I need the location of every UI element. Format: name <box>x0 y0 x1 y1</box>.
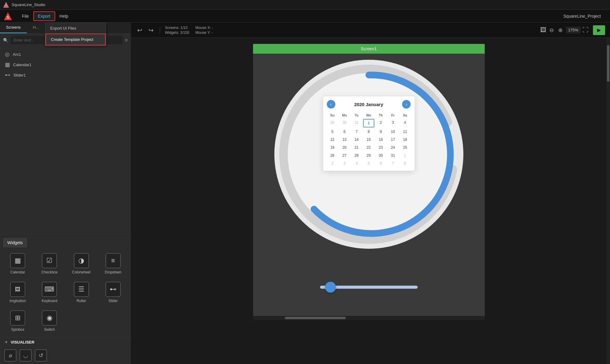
vis-icon-2[interactable]: ◡ <box>20 349 32 362</box>
cal-day-w4d3[interactable]: 29 <box>363 152 375 159</box>
export-ui-files-item[interactable]: Export UI Files <box>45 23 106 34</box>
cal-day-w5d4[interactable]: 6 <box>375 160 387 167</box>
cal-day-w2d1[interactable]: 13 <box>339 136 350 143</box>
widget-keyboard[interactable]: ⌨ Keyboard <box>35 279 64 305</box>
cal-day-w0d2[interactable]: 31 <box>351 119 362 127</box>
cal-day-w1d3[interactable]: 8 <box>363 128 375 135</box>
cal-day-w3d3[interactable]: 22 <box>363 144 375 151</box>
fullscreen-button[interactable]: ⛶ <box>583 27 589 34</box>
cal-day-w1d0[interactable]: 5 <box>327 128 338 135</box>
menu-export[interactable]: Export <box>33 11 55 21</box>
right-scrollbar[interactable] <box>606 38 610 364</box>
cal-day-w2d2[interactable]: 14 <box>351 136 362 143</box>
vis-icon-3[interactable]: ↺ <box>35 349 47 362</box>
cal-header-sa: Sa <box>399 112 411 118</box>
widget-slider-label: Slider <box>109 299 118 303</box>
widget-roller[interactable]: ☰ Roller <box>67 279 96 305</box>
cal-day-w5d5[interactable]: 7 <box>387 160 399 167</box>
widget-checkbox-label: Checkbox <box>41 270 58 274</box>
slider-widget[interactable] <box>320 283 418 291</box>
zoom-out-button[interactable]: ⊖ <box>548 26 555 35</box>
tree-item-arc1[interactable]: ◎ Arc1 <box>0 49 131 59</box>
vis-icon-1[interactable]: ⌀ <box>4 349 16 362</box>
canvas-area: ↩ ↪ Screens: 1/10 Widgets: 3/150 Mouse X… <box>131 23 610 364</box>
widget-switch[interactable]: ◉ Switch <box>35 308 64 334</box>
widget-roller-label: Roller <box>77 299 86 303</box>
cal-next-button[interactable]: › <box>402 100 411 109</box>
tree-item-slider1[interactable]: ⊷ Slider1 <box>0 70 131 80</box>
play-button[interactable]: ▶ <box>593 25 605 35</box>
cal-day-w1d1[interactable]: 6 <box>339 128 350 135</box>
cal-day-w0d5[interactable]: 3 <box>387 119 399 127</box>
cal-day-w4d5[interactable]: 31 <box>387 152 399 159</box>
cal-day-w5d2[interactable]: 4 <box>351 160 362 167</box>
zoom-value-display[interactable]: 175% <box>566 27 581 34</box>
cal-day-w3d5[interactable]: 24 <box>387 144 399 151</box>
widget-keyboard-label: Keyboard <box>42 299 57 303</box>
widget-slider[interactable]: ⊷ Slider <box>98 279 128 305</box>
cal-day-w0d6[interactable]: 4 <box>399 119 411 127</box>
cal-day-w2d3[interactable]: 15 <box>363 136 375 143</box>
cal-day-w0d3[interactable]: 1 <box>363 119 375 127</box>
widget-imgbutton[interactable]: 🖼 Imgbutton <box>3 279 32 305</box>
widget-colorwheel[interactable]: ◑ Colorwheel <box>67 251 96 277</box>
cal-day-w3d6[interactable]: 25 <box>399 144 411 151</box>
cal-header-tu: Tu <box>351 112 362 118</box>
cal-day-w1d5[interactable]: 10 <box>387 128 399 135</box>
cal-day-w4d4[interactable]: 30 <box>375 152 387 159</box>
widget-calendar[interactable]: ▦ Calendar <box>3 251 32 277</box>
widget-imgbutton-label: Imgbutton <box>9 299 26 303</box>
cal-day-w4d6[interactable]: 1 <box>399 152 411 159</box>
cal-day-w0d0[interactable]: 29 <box>327 119 338 127</box>
menu-help[interactable]: Help <box>55 12 73 20</box>
widget-switch-icon: ◉ <box>42 310 57 326</box>
project-name: SquareLine_Project <box>563 14 607 19</box>
cal-day-w4d1[interactable]: 27 <box>339 152 350 159</box>
cal-day-w5d0[interactable]: 2 <box>327 160 338 167</box>
cal-day-w2d6[interactable]: 18 <box>399 136 411 143</box>
cal-day-w2d0[interactable]: 12 <box>327 136 338 143</box>
cal-day-w1d4[interactable]: 9 <box>375 128 387 135</box>
cal-day-w3d0[interactable]: 19 <box>327 144 338 151</box>
cal-day-w0d4[interactable]: 2 <box>375 119 387 127</box>
widget-dropdown[interactable]: ≡ Dropdown <box>98 251 128 277</box>
cal-day-w3d4[interactable]: 23 <box>375 144 387 151</box>
tree-item-arc1-label: Arc1 <box>13 52 21 57</box>
cal-prev-button[interactable]: ‹ <box>327 100 335 109</box>
redo-button[interactable]: ↪ <box>147 25 155 35</box>
tab-hierarchy[interactable]: H... <box>27 23 45 33</box>
cal-day-w1d2[interactable]: 7 <box>351 128 362 135</box>
cal-day-w4d0[interactable]: 26 <box>327 152 338 159</box>
tree-item-slider1-label: Slider1 <box>13 73 26 77</box>
cal-day-w0d1[interactable]: 30 <box>339 119 350 127</box>
widget-dropdown-label: Dropdown <box>105 270 122 274</box>
visualiser-section[interactable]: ▼ VISUALISER <box>0 337 131 347</box>
tree-item-calendar1[interactable]: ▦ Calendar1 <box>0 59 131 70</box>
widget-colorwheel-icon: ◑ <box>74 253 89 268</box>
zoom-in-button[interactable]: ⊕ <box>557 26 564 35</box>
cal-day-w3d2[interactable]: 21 <box>351 144 362 151</box>
cal-day-w1d6[interactable]: 11 <box>399 128 411 135</box>
list-view-icon[interactable]: ≡ <box>125 37 128 43</box>
cal-day-w2d4[interactable]: 16 <box>375 136 387 143</box>
widget-spinbox[interactable]: ⊞ Spinbox <box>3 308 32 334</box>
menu-file[interactable]: File <box>18 12 33 20</box>
cal-day-w5d3[interactable]: 5 <box>363 160 375 167</box>
widget-calendar-icon: ▦ <box>10 253 25 268</box>
cal-day-w3d1[interactable]: 20 <box>339 144 350 151</box>
create-template-project-item[interactable]: Create Template Project <box>45 34 106 45</box>
menubar-logo: S <box>3 11 13 21</box>
image-icon[interactable]: 🖼 <box>540 27 546 34</box>
tab-screens[interactable]: Screens <box>0 23 27 33</box>
calendar-header: ‹ 2020 January › <box>327 100 411 109</box>
cal-day-w4d2[interactable]: 28 <box>351 152 362 159</box>
widget-checkbox[interactable]: ☑ Checkbox <box>35 251 64 277</box>
undo-button[interactable]: ↩ <box>136 25 144 35</box>
visualiser-icons: ⌀ ◡ ↺ <box>0 347 131 364</box>
cal-day-w5d1[interactable]: 3 <box>339 160 350 167</box>
calendar-grid: Su Mo Tu We Th Fr Sa 29 30 31 <box>327 112 411 167</box>
bottom-scrollbar[interactable] <box>253 316 485 320</box>
cal-day-w2d5[interactable]: 17 <box>387 136 399 143</box>
cal-day-w5d6[interactable]: 8 <box>399 160 411 167</box>
slider-thumb[interactable] <box>325 282 336 293</box>
